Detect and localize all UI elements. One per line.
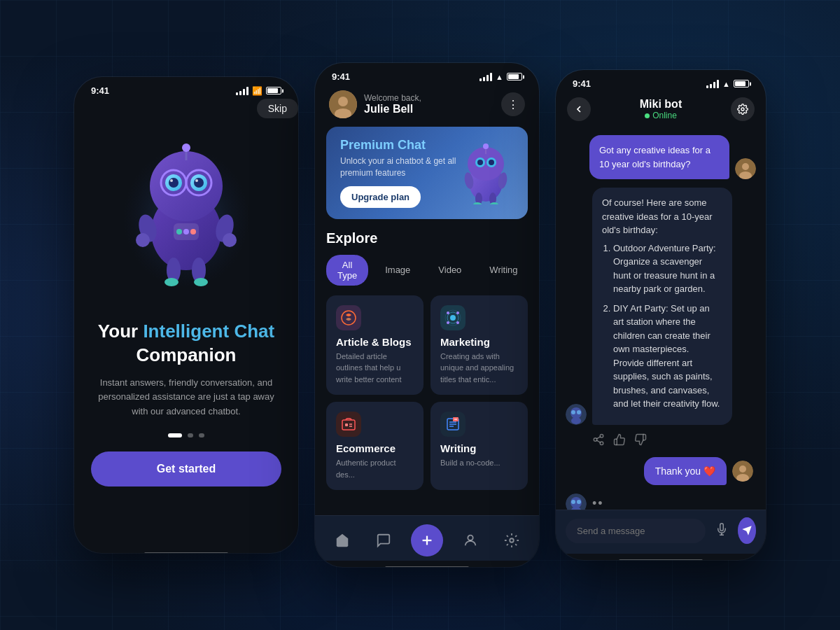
- svg-point-63: [510, 538, 514, 542]
- user-avatar-chat: [735, 158, 756, 179]
- status-icons-1: 📶: [236, 86, 281, 96]
- svg-line-77: [596, 436, 600, 438]
- svg-point-72: [571, 417, 581, 424]
- status-bar-2: 9:41 ▲: [315, 63, 539, 85]
- premium-banner[interactable]: Premium Chat Unlock your ai chatbot & ge…: [326, 127, 528, 219]
- svg-point-26: [338, 97, 348, 106]
- svg-point-84: [577, 500, 581, 504]
- back-button[interactable]: [567, 97, 591, 121]
- card-title-writing: Writing: [440, 442, 518, 454]
- explore-section: Explore All Type Image Video Writing: [315, 219, 539, 515]
- premium-robot-illustration: [458, 141, 514, 204]
- nav-settings[interactable]: [498, 526, 526, 554]
- wifi-icon-1: 📶: [252, 86, 262, 96]
- typing-dots: ••: [592, 496, 604, 510]
- onboarding-subtitle: Instant answers, friendly conversation, …: [91, 376, 281, 419]
- card-desc-article: Detailed article outlines that help u wr…: [336, 351, 414, 386]
- message-input[interactable]: [566, 519, 706, 543]
- card-ecommerce[interactable]: Ecommerce Authentic product des...: [326, 402, 424, 490]
- chat-settings-button[interactable]: [731, 97, 755, 121]
- svg-point-22: [176, 229, 182, 234]
- card-desc-marketing: Creating ads with unique and appealing t…: [440, 351, 518, 386]
- send-button[interactable]: [738, 517, 756, 544]
- filter-all-type[interactable]: All Type: [326, 255, 368, 286]
- reaction-row: [566, 433, 756, 449]
- user-avatar: [329, 90, 357, 118]
- svg-rect-50: [342, 420, 355, 430]
- upgrade-button[interactable]: Upgrade plan: [340, 186, 421, 208]
- premium-content: Premium Chat Unlock your ai chatbot & ge…: [340, 138, 458, 208]
- get-started-button[interactable]: Get started: [91, 451, 281, 486]
- time-3: 9:41: [573, 78, 591, 89]
- status-icons-2: ▲: [479, 73, 522, 81]
- card-icon-ecommerce: [336, 412, 361, 437]
- svg-line-76: [596, 440, 600, 442]
- home-indicator-1: [144, 552, 228, 553]
- svg-point-83: [571, 500, 575, 504]
- svg-point-35: [483, 144, 489, 149]
- svg-point-70: [571, 410, 575, 414]
- svg-point-64: [741, 108, 744, 111]
- premium-description: Unlock your ai chatbot & get all premium…: [340, 155, 458, 179]
- wifi-icon-3: ▲: [722, 80, 730, 88]
- user-info: Welcome back, Julie Bell: [329, 90, 421, 118]
- svg-point-79: [739, 465, 746, 472]
- status-bar-1: 9:41 📶: [74, 77, 298, 99]
- onboarding-title: Your Intelligent Chat Companion: [91, 320, 281, 368]
- thank-you-message: Thank you ❤️: [566, 457, 756, 485]
- card-desc-writing: Build a no-code...: [440, 457, 518, 469]
- card-writing[interactable]: Writing Build a no-code...: [430, 402, 528, 490]
- nav-profile[interactable]: [456, 526, 484, 554]
- list-item-2: DIY Art Party: Set up an art station whe…: [613, 302, 722, 411]
- bot-message-1: Of course! Here are some creative ideas …: [566, 188, 756, 425]
- svg-point-33: [489, 160, 494, 165]
- card-article-blogs[interactable]: Article & Blogs Detailed article outline…: [326, 295, 424, 396]
- dot-2: [188, 433, 193, 438]
- home-indicator-2: [385, 566, 469, 567]
- filter-writing[interactable]: Writing: [478, 255, 528, 286]
- app-content: Welcome back, Julie Bell ⋮ Premium Chat …: [315, 85, 539, 561]
- bot-avatar-chat: [566, 404, 587, 425]
- status-bar-3: 9:41 ▲: [556, 70, 766, 92]
- mic-button[interactable]: [713, 520, 731, 542]
- bot-info: Miki bot Online: [640, 98, 682, 120]
- filter-image[interactable]: Image: [374, 255, 421, 286]
- onboarding-content: Skip: [74, 99, 298, 547]
- svg-point-48: [447, 321, 449, 324]
- user-avatar-thank-you: [732, 461, 753, 482]
- phone-chat: 9:41 ▲: [556, 70, 766, 560]
- chat-input-area: [556, 510, 766, 554]
- thumbs-down-button[interactable]: [634, 433, 647, 449]
- nav-home[interactable]: [328, 526, 356, 554]
- card-marketing[interactable]: Marketing Creating ads with unique and a…: [430, 295, 528, 396]
- wifi-icon-2: ▲: [496, 73, 503, 81]
- card-icon-writing: [440, 412, 465, 437]
- card-desc-ecommerce: Authentic product des...: [336, 457, 414, 480]
- battery-icon-2: [507, 73, 522, 80]
- explore-cards-grid: Article & Blogs Detailed article outline…: [326, 295, 528, 491]
- welcome-text: Welcome back,: [364, 93, 421, 103]
- share-button[interactable]: [592, 433, 605, 449]
- nav-chat[interactable]: [370, 526, 398, 554]
- app-header: Welcome back, Julie Bell ⋮: [315, 85, 539, 127]
- svg-point-73: [600, 434, 603, 438]
- chat-messages: Got any creative ideas for a 10 year old…: [556, 130, 766, 510]
- svg-point-9: [194, 178, 204, 188]
- typing-indicator-row: ••: [566, 493, 756, 510]
- title-part2: Companion: [136, 344, 237, 365]
- home-indicator-3: [619, 559, 703, 560]
- title-part1: Your: [98, 321, 144, 342]
- thank-you-bubble: Thank you ❤️: [644, 457, 727, 485]
- list-item-1: Outdoor Adventure Party: Organize a scav…: [613, 241, 722, 296]
- nav-add[interactable]: [411, 524, 443, 556]
- phone-onboarding: 9:41 📶 Skip: [74, 77, 298, 553]
- svg-point-62: [468, 536, 472, 540]
- premium-title: Premium Chat: [340, 138, 458, 153]
- menu-button[interactable]: ⋮: [501, 92, 525, 116]
- explore-title: Explore: [326, 230, 528, 246]
- svg-point-16: [223, 233, 237, 247]
- thumbs-up-button[interactable]: [613, 433, 626, 449]
- svg-point-18: [164, 278, 178, 286]
- filter-video[interactable]: Video: [427, 255, 472, 286]
- svg-point-47: [456, 312, 459, 314]
